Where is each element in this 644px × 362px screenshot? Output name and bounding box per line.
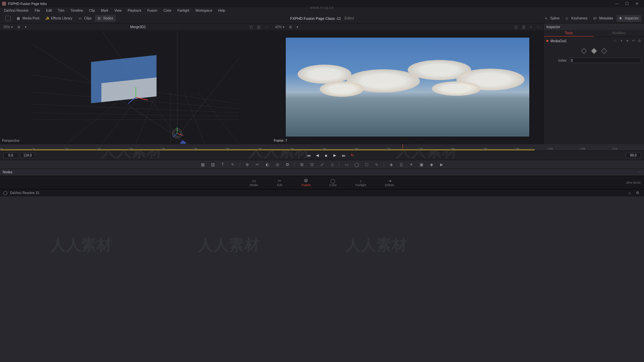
- menu-fusion[interactable]: Fusion: [145, 9, 160, 12]
- settings-icon[interactable]: ⚙: [636, 191, 641, 195]
- tool-transform-icon[interactable]: ⊡: [309, 162, 315, 168]
- inspector-settings-icon[interactable]: ⚙: [637, 39, 641, 43]
- keyframe-set-icon[interactable]: [591, 48, 597, 54]
- menu-color[interactable]: Color: [161, 9, 174, 12]
- tool-bspline-icon[interactable]: ∿: [374, 162, 380, 168]
- page-tab-fusion[interactable]: ⦾Fusion: [299, 178, 313, 187]
- window-close-button[interactable]: ✕: [632, 1, 642, 6]
- tool-paint-icon[interactable]: ▧: [210, 162, 216, 168]
- transport-stop-icon[interactable]: ■: [323, 153, 329, 158]
- inspector-view2-icon[interactable]: ▾: [619, 39, 623, 43]
- tool-image3d-icon[interactable]: ▣: [418, 162, 424, 168]
- transport-play-icon[interactable]: ▶: [332, 153, 337, 158]
- page-tab-deliver[interactable]: ⇥Deliver: [382, 178, 397, 187]
- menu-file[interactable]: File: [32, 9, 43, 12]
- inspector-node-header[interactable]: MediaOut1 □ ▾ ★ ⟲ ⚙: [544, 37, 644, 45]
- viewer-menu-icon[interactable]: ⋯: [535, 25, 541, 29]
- transport-prev-icon[interactable]: ◀: [315, 153, 320, 158]
- viewer-option-icon[interactable]: ▾: [295, 25, 300, 29]
- inspector-reset-icon[interactable]: ⟲: [631, 39, 635, 43]
- record-button[interactable]: [3, 14, 13, 22]
- spline-button[interactable]: ∿Spline: [542, 15, 562, 22]
- menu-fairlight[interactable]: Fairlight: [175, 9, 192, 12]
- home-icon[interactable]: ⌂: [629, 191, 633, 195]
- transport-first-icon[interactable]: ⏮: [306, 153, 311, 158]
- range-in-field[interactable]: [3, 153, 18, 158]
- page-tab-fairlight[interactable]: ♪Fairlight: [353, 178, 369, 187]
- menu-trim[interactable]: Trim: [55, 9, 67, 12]
- ruler-tick: 42: [225, 147, 229, 150]
- tool-crop-icon[interactable]: ◇: [329, 162, 335, 168]
- viewer-option-icon[interactable]: ▾: [23, 25, 28, 29]
- transport-loop-icon[interactable]: ↻: [350, 153, 355, 158]
- menu-clip[interactable]: Clip: [87, 9, 98, 12]
- viewer-split-icon[interactable]: ◫: [256, 25, 262, 29]
- tool-3d-icon[interactable]: ◈: [388, 162, 394, 168]
- tool-glow-icon[interactable]: ❂: [284, 162, 290, 168]
- inspector-tab-tools[interactable]: Tools: [544, 30, 594, 37]
- tool-polygon-icon[interactable]: ⬠: [364, 162, 370, 168]
- tool-blur-icon[interactable]: ◐: [264, 162, 270, 168]
- keyframe-prev-icon[interactable]: [581, 48, 587, 54]
- tool-camera-icon[interactable]: ⌼: [398, 162, 404, 168]
- menu-help[interactable]: Help: [215, 9, 228, 12]
- tool-rect-icon[interactable]: ▭: [343, 162, 350, 168]
- range-out-field[interactable]: [20, 153, 35, 158]
- ruler-tick: 66: [354, 147, 358, 150]
- viewer-zoom-select[interactable]: 25% ▾: [2, 25, 14, 29]
- nodegraph-options-icon[interactable]: ⋯: [638, 170, 641, 174]
- window-maximize-button[interactable]: ☐: [622, 1, 632, 6]
- transport-next-icon[interactable]: ⏭: [341, 153, 346, 158]
- tool-merge-icon[interactable]: ⊞: [299, 162, 305, 168]
- viewer-zoom-select[interactable]: 42% ▾: [274, 25, 286, 29]
- menu-view[interactable]: View: [112, 9, 124, 12]
- viewer-roi-icon[interactable]: ◫: [521, 25, 527, 29]
- viewer-snapshot-icon[interactable]: ▢: [248, 25, 254, 29]
- menu-playback[interactable]: Playback: [125, 9, 144, 12]
- page-tab-color[interactable]: ◯Color: [327, 178, 339, 187]
- tool-render3d-icon[interactable]: ▶: [438, 162, 444, 168]
- tool-ellipse-icon[interactable]: ◯: [354, 162, 360, 168]
- menu-timeline[interactable]: Timeline: [68, 9, 86, 12]
- inspector-tab-modifiers[interactable]: Modifiers: [594, 30, 644, 37]
- inspector-view1-icon[interactable]: □: [613, 39, 617, 43]
- watermark-bg: 人人素材: [198, 235, 260, 255]
- viewer-snapshot-icon[interactable]: ▢: [513, 25, 519, 29]
- menu-mark[interactable]: Mark: [98, 9, 111, 12]
- page-tab-edit[interactable]: ✂Edit: [274, 178, 285, 187]
- tool-brush-icon[interactable]: ✎: [230, 162, 236, 168]
- viewer-fit-icon[interactable]: ⊞: [16, 25, 21, 29]
- keyframe-next-icon[interactable]: [601, 48, 607, 54]
- menubar: DaVinci ResolveFileEditTrimTimelineClipM…: [0, 7, 644, 13]
- index-field[interactable]: [569, 58, 641, 63]
- viewer-color-icon[interactable]: ○: [529, 25, 533, 29]
- inspector-button[interactable]: ✱Inspector: [616, 15, 641, 22]
- tool-shape3d-icon[interactable]: ◆: [428, 162, 434, 168]
- viewer-right-body[interactable]: Frame: 7: [272, 30, 543, 144]
- menu-edit[interactable]: Edit: [43, 9, 54, 12]
- tool-light-icon[interactable]: ☀: [408, 162, 414, 168]
- menu-workspace[interactable]: Workspace: [193, 9, 215, 12]
- metadata-button[interactable]: 🏷Metadata: [591, 15, 616, 22]
- mediapool-button[interactable]: ▦Media Pool: [14, 15, 42, 22]
- clips-button[interactable]: ▭Clips: [76, 15, 94, 22]
- menu-davinci-resolve[interactable]: DaVinci Resolve: [1, 9, 31, 12]
- tool-resize-icon[interactable]: ⤢: [319, 162, 325, 168]
- nodes-button[interactable]: ⊞Nodes: [95, 15, 116, 22]
- viewer-fit-icon[interactable]: ⊞: [288, 25, 293, 29]
- timeline-ruler[interactable]: 0612182430364248546066727884909610210811…: [0, 144, 644, 151]
- viewer-left-body[interactable]: Perspective: [0, 30, 272, 144]
- effects-button[interactable]: ✨Effects Library: [43, 15, 75, 22]
- tool-color-icon[interactable]: ◎: [274, 162, 280, 168]
- tool-mask-icon[interactable]: ✂: [254, 162, 260, 168]
- page-tab-media[interactable]: ▭Media: [247, 178, 261, 187]
- tool-background-icon[interactable]: ▦: [200, 162, 206, 168]
- tool-text-icon[interactable]: T: [220, 162, 226, 168]
- keyframes-button[interactable]: ◇Keyframes: [563, 15, 590, 22]
- tool-tracker-icon[interactable]: ⊕: [244, 162, 250, 168]
- node-enable-dot-icon[interactable]: [546, 40, 548, 42]
- viewer-menu-icon[interactable]: ⋯: [264, 25, 270, 29]
- window-minimize-button[interactable]: —: [612, 1, 622, 6]
- current-frame-field[interactable]: [626, 153, 641, 158]
- inspector-pin-icon[interactable]: ★: [625, 39, 629, 43]
